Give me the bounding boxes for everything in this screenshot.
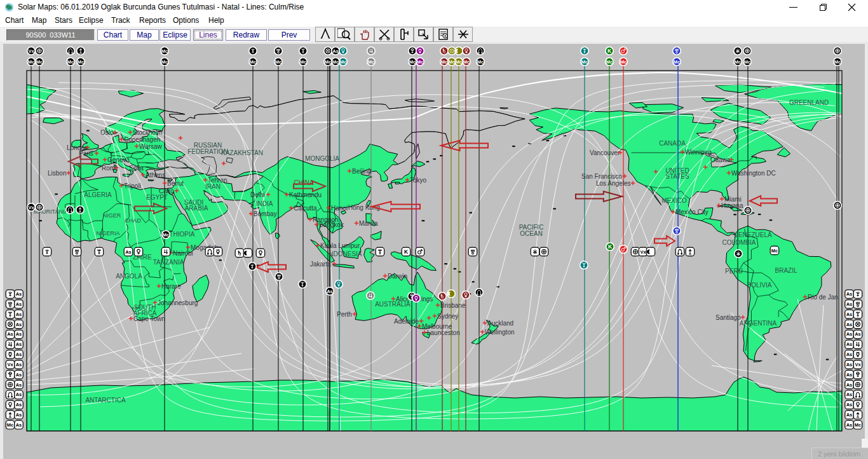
- svg-text:As: As: [16, 422, 22, 428]
- svg-text:Mc: Mc: [441, 59, 447, 65]
- svg-text:Darwin: Darwin: [388, 273, 407, 280]
- svg-text:Mc: Mc: [417, 59, 423, 65]
- svg-text:Copenhagen: Copenhagen: [124, 136, 160, 143]
- svg-text:Mc: Mc: [463, 59, 470, 65]
- svg-text:As: As: [846, 392, 853, 397]
- svg-text:Lisbon: Lisbon: [48, 170, 66, 177]
- svg-text:As: As: [16, 312, 22, 317]
- svg-text:K: K: [608, 243, 613, 250]
- svg-text:As: As: [16, 341, 22, 347]
- svg-text:Beirut: Beirut: [167, 180, 184, 187]
- svg-text:BRAZIL: BRAZIL: [775, 267, 797, 274]
- svg-text:As: As: [846, 341, 853, 347]
- svg-text:As: As: [846, 362, 853, 367]
- svg-text:Tripoli: Tripoli: [124, 182, 141, 189]
- svg-text:Mc: Mc: [67, 59, 74, 65]
- svg-text:CHINA: CHINA: [294, 179, 313, 186]
- svg-text:Harare: Harare: [161, 283, 181, 290]
- svg-text:As: As: [846, 291, 853, 297]
- svg-text:As: As: [846, 372, 853, 378]
- svg-text:As: As: [327, 289, 333, 294]
- svg-text:Mc: Mc: [250, 59, 256, 65]
- svg-text:Cairo: Cairo: [159, 188, 174, 195]
- svg-text:Mexico City: Mexico City: [675, 209, 709, 216]
- svg-text:Adelaide: Adelaide: [394, 318, 419, 325]
- svg-text:Mc: Mc: [332, 59, 339, 65]
- svg-text:Mc: Mc: [855, 422, 861, 428]
- svg-text:NIGER: NIGER: [103, 212, 121, 219]
- svg-text:MONGOLIA: MONGOLIA: [305, 155, 339, 162]
- svg-text:As: As: [125, 249, 132, 255]
- svg-text:As: As: [16, 322, 22, 327]
- svg-text:As: As: [16, 291, 22, 297]
- svg-text:Vancouver: Vancouver: [590, 149, 620, 156]
- svg-text:Bombay: Bombay: [254, 210, 277, 217]
- svg-text:As: As: [846, 322, 853, 327]
- svg-text:As: As: [16, 412, 22, 418]
- svg-text:INDONESIA: INDONESIA: [327, 250, 362, 257]
- svg-text:San Francisco: San Francisco: [581, 173, 622, 180]
- svg-text:Athens: Athens: [146, 172, 165, 179]
- svg-text:As: As: [846, 301, 853, 307]
- svg-text:Johannesburg: Johannesburg: [158, 299, 198, 306]
- svg-text:INDIA: INDIA: [256, 200, 273, 207]
- svg-text:Winnipeg: Winnipeg: [685, 149, 712, 156]
- svg-text:Mc: Mc: [161, 48, 168, 54]
- svg-text:As: As: [332, 48, 339, 54]
- svg-text:Beijing: Beijing: [352, 168, 371, 175]
- svg-text:As: As: [846, 402, 853, 408]
- svg-text:Mc: Mc: [300, 59, 306, 65]
- svg-text:Mc: Mc: [744, 59, 750, 65]
- svg-text:Ottawa: Ottawa: [710, 156, 731, 163]
- svg-text:As: As: [16, 362, 22, 367]
- svg-text:Cape Town: Cape Town: [133, 315, 165, 322]
- svg-text:ANTARCTICA: ANTARCTICA: [85, 397, 125, 404]
- svg-text:Mc: Mc: [581, 59, 588, 65]
- svg-text:KAZAKHSTAN: KAZAKHSTAN: [221, 149, 263, 156]
- svg-text:CHAD: CHAD: [125, 217, 141, 224]
- svg-text:Vx: Vx: [855, 362, 861, 367]
- svg-text:Vx: Vx: [7, 362, 13, 367]
- svg-text:Mc: Mc: [674, 59, 680, 65]
- svg-text:As: As: [846, 331, 853, 337]
- svg-text:Mc: Mc: [735, 59, 741, 65]
- svg-text:Mc: Mc: [449, 59, 455, 65]
- svg-text:Mc: Mc: [834, 59, 841, 65]
- svg-text:As: As: [846, 382, 853, 388]
- svg-text:K: K: [607, 48, 612, 54]
- svg-text:GREENLAND: GREENLAND: [789, 99, 829, 106]
- svg-text:As: As: [846, 412, 853, 418]
- svg-text:VENEZUELA: VENEZUELA: [734, 231, 772, 238]
- svg-text:As: As: [855, 331, 861, 337]
- svg-text:Rio de Jan: Rio de Jan: [808, 294, 838, 301]
- svg-text:As: As: [16, 402, 22, 408]
- svg-text:Mc: Mc: [161, 59, 168, 65]
- svg-text:Sofia: Sofia: [129, 165, 144, 172]
- svg-text:Oslo: Oslo: [100, 129, 114, 136]
- svg-text:Mc: Mc: [771, 248, 778, 254]
- svg-text:Sydney: Sydney: [437, 313, 458, 320]
- svg-text:Los Angeles: Los Angeles: [596, 180, 631, 187]
- svg-text:Calcutta: Calcutta: [294, 205, 317, 212]
- svg-text:As: As: [16, 352, 22, 357]
- svg-text:Hanoi: Hanoi: [331, 205, 348, 212]
- svg-text:Mc: Mc: [163, 232, 169, 238]
- svg-text:Manila: Manila: [359, 220, 378, 227]
- svg-text:Brisbane: Brisbane: [440, 302, 466, 309]
- svg-text:Jakarta: Jakarta: [310, 261, 331, 268]
- svg-text:COLOMBIA: COLOMBIA: [722, 239, 756, 246]
- svg-text:Tehran: Tehran: [208, 177, 227, 184]
- svg-text:As: As: [16, 392, 22, 397]
- svg-text:Geneva: Geneva: [107, 156, 130, 163]
- svg-text:As: As: [846, 352, 853, 357]
- svg-text:Launceston: Launceston: [427, 329, 460, 336]
- svg-text:Tokyo: Tokyo: [410, 177, 427, 184]
- svg-text:Vx: Vx: [28, 205, 34, 210]
- svg-text:As: As: [846, 422, 853, 428]
- svg-text:As: As: [16, 382, 22, 388]
- svg-text:Vx: Vx: [28, 48, 34, 54]
- svg-text:Mc: Mc: [28, 59, 34, 65]
- svg-text:Santiago: Santiago: [715, 314, 741, 321]
- svg-text:Mc: Mc: [275, 59, 281, 65]
- svg-text:Warsaw: Warsaw: [139, 143, 163, 150]
